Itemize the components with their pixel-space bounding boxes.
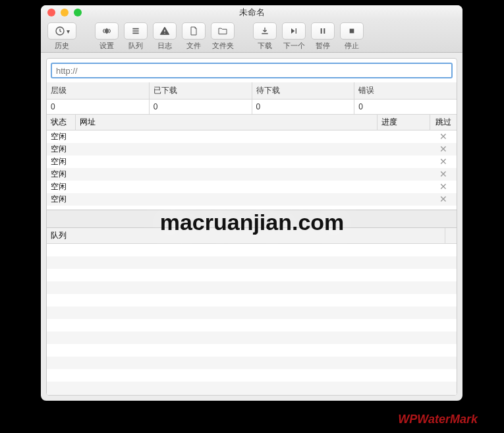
task-list: 空闲✕空闲✕空闲✕空闲✕空闲✕空闲✕ xyxy=(47,130,457,210)
watermark-bottom: WPWaterMark xyxy=(398,413,478,426)
close-icon: ✕ xyxy=(439,181,447,192)
close-icon: ✕ xyxy=(439,194,447,204)
panel-divider xyxy=(46,210,457,228)
col-skip-header: 跳过 xyxy=(430,115,457,130)
close-icon: ✕ xyxy=(439,169,447,179)
queue-panel: 队列 xyxy=(47,228,457,395)
settings-button[interactable]: 设置 xyxy=(94,22,120,51)
task-status: 空闲 xyxy=(47,181,76,192)
col-downloaded: 已下载 xyxy=(150,82,252,99)
queue-button[interactable]: 队列 xyxy=(123,22,149,51)
col-progress-header: 进度 xyxy=(378,115,430,130)
task-status: 空闲 xyxy=(47,169,76,180)
folder-icon xyxy=(211,22,235,40)
pause-button[interactable]: 暂停 xyxy=(310,22,336,51)
traffic-lights xyxy=(41,9,82,16)
gear-icon xyxy=(95,22,119,40)
titlebar: 未命名 xyxy=(41,5,462,20)
app-window: 未命名 ▾ 历史 设置 队列 xyxy=(41,5,462,401)
scrollbar-corner xyxy=(445,228,457,243)
close-icon[interactable] xyxy=(47,9,55,16)
folder-button[interactable]: 文件夹 xyxy=(210,22,236,51)
task-row[interactable]: 空闲✕ xyxy=(47,130,457,143)
stop-button[interactable]: 停止 xyxy=(339,22,365,51)
col-url-header: 网址 xyxy=(76,115,378,130)
task-row[interactable]: 空闲✕ xyxy=(47,143,457,156)
task-status: 空闲 xyxy=(47,131,76,142)
queue-header: 队列 xyxy=(47,228,457,244)
url-input[interactable] xyxy=(51,63,453,78)
warning-icon xyxy=(153,22,177,40)
window-title: 未命名 xyxy=(41,7,462,18)
task-skip-button[interactable]: ✕ xyxy=(430,169,457,179)
col-errors: 错误 xyxy=(354,82,457,99)
task-header: 状态 网址 进度 跳过 xyxy=(47,115,457,130)
val-pending: 0 xyxy=(252,100,355,114)
task-status: 空闲 xyxy=(47,144,76,155)
task-skip-button[interactable]: ✕ xyxy=(430,157,457,167)
next-button[interactable]: 下一个 xyxy=(281,22,307,51)
queue-header-label: 队列 xyxy=(47,228,445,243)
download-icon xyxy=(253,22,277,40)
stats-header: 层级 已下载 待下载 错误 xyxy=(47,82,457,100)
task-status: 空闲 xyxy=(47,156,76,167)
task-skip-button[interactable]: ✕ xyxy=(430,132,457,142)
svg-point-5 xyxy=(164,33,165,34)
close-icon: ✕ xyxy=(439,144,447,154)
maximize-icon[interactable] xyxy=(74,9,82,16)
task-row[interactable]: 空闲✕ xyxy=(47,156,457,168)
close-icon: ✕ xyxy=(439,131,447,142)
svg-rect-8 xyxy=(350,29,354,34)
file-button[interactable]: 文件 xyxy=(181,22,207,51)
history-button[interactable]: ▾ 历史 xyxy=(46,22,78,51)
col-pending: 待下载 xyxy=(252,82,355,99)
val-errors: 0 xyxy=(354,100,457,114)
toolbar: ▾ 历史 设置 队列 日志 xyxy=(41,20,462,53)
task-status: 空闲 xyxy=(47,194,76,205)
stats-values: 0 0 0 0 xyxy=(47,100,457,115)
stop-icon xyxy=(340,22,364,40)
svg-point-1 xyxy=(105,30,108,32)
close-icon: ✕ xyxy=(439,156,447,167)
task-skip-button[interactable]: ✕ xyxy=(430,144,457,154)
val-level: 0 xyxy=(47,100,150,114)
download-button[interactable]: 下载 xyxy=(252,22,278,51)
svg-rect-6 xyxy=(321,28,322,34)
val-downloaded: 0 xyxy=(150,100,252,114)
list-icon xyxy=(124,22,148,40)
log-button[interactable]: 日志 xyxy=(152,22,178,51)
file-icon xyxy=(182,22,206,40)
pause-icon xyxy=(311,22,335,40)
col-level: 层级 xyxy=(47,82,150,99)
task-skip-button[interactable]: ✕ xyxy=(430,182,457,192)
skip-next-icon xyxy=(282,22,306,40)
task-row[interactable]: 空闲✕ xyxy=(47,181,457,193)
content-area: 层级 已下载 待下载 错误 0 0 0 0 状态 网址 进度 跳过 空闲✕空闲✕… xyxy=(46,58,457,395)
history-icon: ▾ xyxy=(47,22,76,40)
svg-rect-7 xyxy=(323,28,325,34)
task-skip-button[interactable]: ✕ xyxy=(430,194,457,204)
task-row[interactable]: 空闲✕ xyxy=(47,193,457,206)
col-status-header: 状态 xyxy=(47,115,76,130)
task-row[interactable]: 空闲✕ xyxy=(47,168,457,181)
queue-list xyxy=(47,244,457,395)
minimize-icon[interactable] xyxy=(61,9,69,16)
